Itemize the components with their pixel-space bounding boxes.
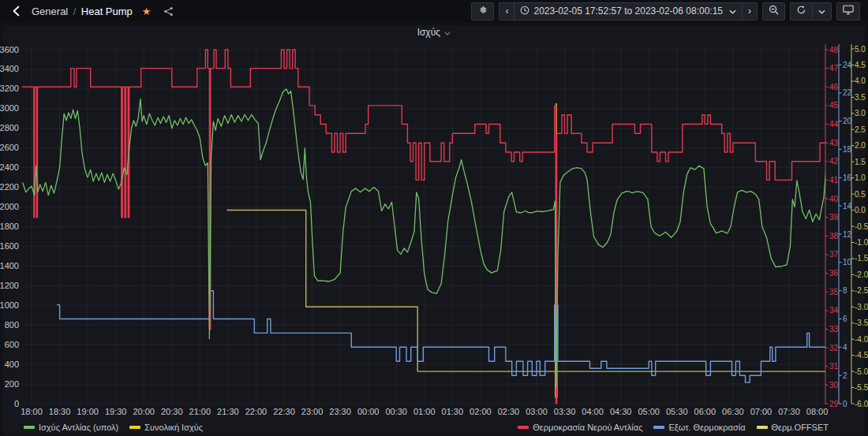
red-axis: 2930313233343536373839404142434445464748 — [825, 44, 839, 408]
svg-text:400: 400 — [5, 360, 19, 369]
legend: Ισχύς Αντλίας (υπολ)Συνολική Ισχύς Θερμο… — [24, 423, 829, 432]
svg-text:-3.5: -3.5 — [855, 319, 868, 327]
back-arrow-icon[interactable] — [8, 2, 25, 20]
legend-item[interactable]: Θερμ.OFFSET — [757, 423, 829, 432]
svg-text:2.0: 2.0 — [855, 141, 866, 150]
svg-text:03:30: 03:30 — [554, 407, 576, 416]
grafana-app: General / Heat Pump ★ ‹ 20 — [0, 0, 868, 436]
chevron-down-icon — [729, 6, 736, 17]
svg-text:-3.0: -3.0 — [855, 303, 868, 311]
svg-text:21:00: 21:00 — [189, 407, 211, 416]
chevron-left-icon: ‹ — [505, 6, 508, 17]
chevron-down-icon — [818, 6, 825, 17]
svg-text:05:30: 05:30 — [666, 407, 688, 416]
legend-item[interactable]: Εξωτ. Θερμοκρασία — [653, 423, 745, 432]
svg-text:3400: 3400 — [0, 64, 19, 73]
legend-item[interactable]: Συνολική Ισχύς — [129, 423, 203, 432]
svg-text:01:30: 01:30 — [442, 407, 464, 416]
svg-text:2600: 2600 — [0, 143, 19, 152]
svg-text:-4.0: -4.0 — [855, 335, 868, 344]
svg-text:00:30: 00:30 — [385, 407, 407, 416]
svg-text:18:00: 18:00 — [21, 407, 43, 416]
time-range-button[interactable]: 2023-02-05 17:52:57 to 2023-02-06 08:00:… — [514, 2, 742, 20]
svg-text:-0.5: -0.5 — [855, 222, 868, 231]
svg-text:3.0: 3.0 — [855, 109, 866, 117]
svg-text:-2.0: -2.0 — [855, 270, 868, 279]
svg-text:46: 46 — [829, 83, 839, 91]
svg-text:24: 24 — [843, 61, 852, 69]
refresh-button[interactable] — [790, 2, 812, 20]
blue-axis: 024681012141618202224 — [839, 44, 852, 408]
svg-text:06:00: 06:00 — [694, 407, 716, 416]
left-axis-labels: 0200400600800100012001400160018002000220… — [0, 45, 19, 408]
svg-text:0: 0 — [14, 399, 19, 408]
svg-text:20: 20 — [843, 117, 852, 125]
svg-text:20:30: 20:30 — [161, 407, 183, 416]
series-offset-line — [227, 211, 826, 372]
svg-text:2000: 2000 — [0, 202, 19, 211]
timeseries-panel: Ισχύς 0200400600800100012001400160018002… — [3, 25, 865, 434]
svg-text:2400: 2400 — [0, 162, 19, 172]
svg-text:02:30: 02:30 — [498, 407, 520, 416]
legend-item[interactable]: Θερμοκρασία Νερού Αντλίας — [518, 423, 642, 432]
svg-text:32: 32 — [829, 344, 839, 352]
breadcrumb-section[interactable]: General — [32, 6, 68, 17]
kiosk-mode-button[interactable] — [836, 2, 860, 20]
refresh-icon — [796, 5, 806, 17]
svg-text:3200: 3200 — [0, 84, 19, 93]
svg-text:35: 35 — [829, 288, 839, 296]
yellow-axis: -6.0-5.5-5.0-4.5-4.0-3.5-3.0-2.5-2.0-1.5… — [851, 44, 868, 408]
time-range-forward-button[interactable]: › — [742, 2, 758, 20]
svg-text:47: 47 — [829, 64, 839, 73]
breadcrumb: General / Heat Pump — [32, 4, 133, 18]
svg-text:200: 200 — [5, 379, 19, 389]
navbar-left: General / Heat Pump ★ — [0, 2, 174, 20]
zoom-out-button[interactable] — [762, 2, 785, 20]
svg-text:07:00: 07:00 — [750, 407, 773, 416]
svg-text:04:30: 04:30 — [610, 407, 632, 416]
share-icon[interactable] — [163, 6, 174, 17]
svg-text:03:00: 03:00 — [526, 407, 548, 416]
legend-swatch-icon — [757, 426, 768, 429]
svg-text:31: 31 — [829, 362, 839, 371]
svg-text:23:00: 23:00 — [301, 407, 324, 416]
svg-text:39: 39 — [829, 213, 839, 222]
breadcrumb-separator: / — [73, 6, 77, 17]
legend-item[interactable]: Ισχύς Αντλίας (υπολ) — [24, 423, 118, 432]
svg-text:1200: 1200 — [0, 281, 19, 290]
svg-text:33: 33 — [829, 325, 839, 334]
dashboard-settings-button[interactable] — [471, 2, 494, 20]
svg-text:36: 36 — [829, 269, 839, 278]
breadcrumb-page[interactable]: Heat Pump — [81, 6, 133, 17]
x-axis-labels: 18:0018:3019:0019:3020:0020:3021:0021:30… — [21, 407, 828, 416]
svg-text:0.0: 0.0 — [855, 206, 866, 214]
legend-left-group: Ισχύς Αντλίας (υπολ)Συνολική Ισχύς — [24, 423, 203, 432]
svg-text:22:00: 22:00 — [245, 407, 268, 416]
svg-text:37: 37 — [829, 250, 839, 259]
svg-text:16: 16 — [843, 173, 852, 182]
favorite-star-icon[interactable]: ★ — [142, 6, 152, 17]
monitor-icon — [843, 5, 854, 17]
svg-text:18: 18 — [843, 145, 852, 154]
svg-text:19:00: 19:00 — [77, 407, 99, 416]
svg-text:42: 42 — [829, 157, 839, 166]
chevron-right-icon: › — [748, 6, 751, 17]
svg-text:10: 10 — [843, 258, 852, 266]
svg-text:4.5: 4.5 — [855, 61, 866, 69]
svg-text:45: 45 — [829, 101, 839, 110]
refresh-interval-button[interactable] — [812, 2, 832, 20]
gear-icon — [477, 5, 488, 17]
svg-text:-4.5: -4.5 — [855, 351, 868, 360]
svg-text:3.5: 3.5 — [855, 93, 866, 102]
time-range-text: 2023-02-05 17:52:57 to 2023-02-06 08:00:… — [533, 6, 723, 17]
svg-text:1000: 1000 — [0, 300, 19, 310]
chart-plot-area[interactable]: 0200400600800100012001400160018002000220… — [0, 25, 868, 434]
svg-text:8: 8 — [843, 286, 847, 295]
legend-swatch-icon — [653, 426, 664, 429]
svg-text:30: 30 — [829, 381, 839, 389]
time-range-back-button[interactable]: ‹ — [499, 2, 514, 20]
navbar-right: ‹ 2023-02-05 17:52:57 to 2023-02-06 08:0… — [471, 2, 868, 20]
svg-text:12: 12 — [843, 230, 852, 239]
svg-text:0.5: 0.5 — [855, 190, 866, 199]
legend-swatch-icon — [518, 426, 529, 429]
